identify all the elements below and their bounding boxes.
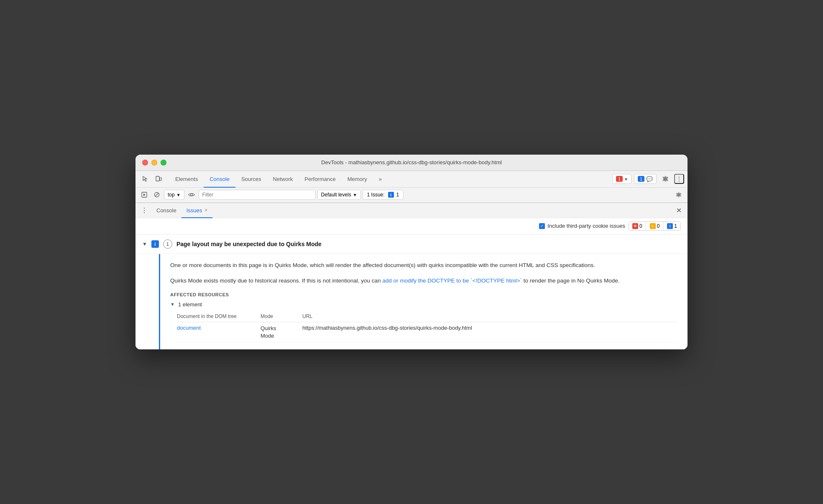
issues-content: ▼ i 1 Page layout may be unexpected due …	[135, 234, 688, 350]
include-third-party-checkbox[interactable]: ✓ Include third-party cookie issues	[539, 223, 625, 229]
issues-badge-label: 1 Issue:	[367, 192, 385, 198]
tabs-area: Elements Console Sources Network Perform…	[169, 171, 612, 187]
issues-tab-close-button[interactable]: ×	[204, 207, 207, 213]
levels-label: Default levels	[321, 192, 351, 198]
toolbar-right: 1 × 1 💬 ⋮	[612, 171, 684, 187]
drawer-tab-issues[interactable]: Issues ×	[181, 203, 213, 218]
resource-count-label: 1 element	[178, 301, 202, 308]
run-icon	[141, 192, 147, 198]
tab-network[interactable]: Network	[267, 171, 299, 188]
inspect-element-button[interactable]	[139, 173, 151, 185]
context-selector[interactable]: top ▼	[164, 190, 184, 200]
default-levels-selector[interactable]: Default levels ▼	[317, 190, 361, 200]
doctype-link[interactable]: add or modify the DOCTYPE to be `<!DOCTY…	[382, 277, 522, 284]
info-count: 1	[674, 223, 677, 229]
tab-sources[interactable]: Sources	[235, 171, 267, 188]
url-cell: https://mathiasbynens.github.io/css-dbg-…	[302, 325, 677, 331]
checkbox-checked-icon: ✓	[539, 223, 545, 229]
issues-badge-count: 1	[396, 192, 399, 198]
quirks-mode-cell: Quirks Mode	[261, 325, 302, 340]
message-icon: 💬	[646, 176, 653, 182]
window-title: DevTools - mathiasbynens.github.io/css-d…	[321, 159, 502, 165]
info-count-item[interactable]: i 1	[664, 222, 680, 230]
minimize-button[interactable]	[151, 160, 157, 165]
warning-count-icon: !	[650, 223, 656, 229]
issue-expand-arrow[interactable]: ▼	[142, 241, 147, 247]
resource-document-link[interactable]: document	[177, 325, 201, 331]
device-icon	[155, 176, 162, 182]
title-bar: DevTools - mathiasbynens.github.io/css-d…	[135, 155, 688, 171]
message-badge-button[interactable]: 1 💬	[634, 174, 657, 184]
live-expression-button[interactable]	[186, 189, 197, 200]
clear-console-button[interactable]	[151, 189, 162, 200]
resource-table-row: document Quirks Mode https://mathiasbyne…	[177, 322, 677, 343]
warning-count: 0	[657, 223, 660, 229]
svg-rect-1	[160, 178, 161, 181]
col-url-label: URL	[302, 313, 677, 319]
tab-elements[interactable]: Elements	[169, 171, 204, 188]
warning-count-item[interactable]: ! 0	[647, 222, 664, 230]
resource-expand-arrow: ▼	[170, 302, 175, 307]
devtools-window: DevTools - mathiasbynens.github.io/css-d…	[135, 155, 688, 350]
tab-console[interactable]: Console	[204, 171, 235, 188]
tab-performance[interactable]: Performance	[299, 171, 341, 188]
eye-icon	[188, 192, 195, 198]
resource-table: Document in the DOM tree Mode URL docume…	[177, 311, 677, 343]
description-2-before: Quirks Mode exists mostly due to histori…	[170, 277, 382, 284]
error-count-item[interactable]: ✕ 0	[629, 222, 646, 230]
console-settings-button[interactable]	[673, 189, 684, 200]
run-script-button[interactable]	[139, 189, 150, 200]
traffic-lights	[142, 160, 166, 165]
tab-memory[interactable]: Memory	[342, 171, 373, 188]
issue-type-icon: i	[151, 240, 159, 248]
resource-expand-row[interactable]: ▼ 1 element	[170, 301, 677, 308]
include-label: Include third-party cookie issues	[547, 223, 625, 229]
affected-resources: AFFECTED RESOURCES ▼ 1 element Document …	[170, 292, 677, 343]
drawer: ⋮ Console Issues × ✕ ✓ Include third-par…	[135, 203, 688, 350]
issue-row: ▼ i 1 Page layout may be unexpected due …	[135, 234, 688, 254]
issue-title: Page layout may be unexpected due to Qui…	[176, 241, 322, 247]
issues-badge-button[interactable]: 1 Issue: i 1	[363, 190, 404, 200]
drawer-tab-console[interactable]: Console	[151, 203, 181, 218]
console-toolbar-right	[673, 189, 684, 200]
console-gear-icon	[676, 192, 682, 198]
error-badge-button[interactable]: 1 ×	[612, 174, 631, 184]
issue-body-container: One or more documents in this page is in…	[135, 254, 688, 350]
settings-button[interactable]	[659, 173, 672, 185]
toolbar-left	[139, 171, 169, 187]
issues-badge-icon: i	[388, 192, 394, 198]
resource-link-cell: document	[177, 325, 261, 331]
issue-count-circle: 1	[163, 239, 172, 249]
error-count: 0	[639, 223, 642, 229]
more-options-button[interactable]: ⋮	[674, 174, 684, 184]
description-2-after: to render the page in No Quirks Mode.	[522, 277, 619, 284]
issue-description-2: Quirks Mode exists mostly due to histori…	[170, 276, 677, 285]
drawer-close-button[interactable]: ✕	[673, 205, 684, 216]
close-button[interactable]	[142, 160, 148, 165]
svg-marker-3	[143, 193, 146, 196]
info-count-icon: i	[667, 223, 673, 229]
issue-body: One or more documents in this page is in…	[159, 254, 688, 350]
device-toggle-button[interactable]	[152, 173, 165, 185]
drawer-menu-button[interactable]: ⋮	[139, 205, 150, 216]
filter-input[interactable]	[199, 190, 316, 200]
context-label: top	[168, 192, 175, 198]
affected-resources-label: AFFECTED RESOURCES	[170, 292, 677, 297]
col-mode-label: Mode	[261, 313, 302, 319]
issue-description-1: One or more documents in this page is in…	[170, 261, 677, 270]
maximize-button[interactable]	[161, 160, 166, 165]
console-toolbar: top ▼ Default levels ▼ 1 Issue: i 1	[135, 188, 688, 203]
dropdown-arrow: ▼	[176, 193, 181, 197]
svg-rect-0	[156, 176, 159, 181]
tab-more[interactable]: »	[373, 171, 388, 188]
devtools-toolbar: Elements Console Sources Network Perform…	[135, 171, 688, 188]
gear-icon	[662, 176, 669, 182]
svg-line-5	[155, 193, 158, 196]
error-badge-label: ×	[624, 176, 628, 182]
col-doc-label: Document in the DOM tree	[177, 313, 261, 319]
issue-body-indent	[135, 254, 159, 350]
message-badge: 1	[638, 176, 644, 182]
drawer-header: ⋮ Console Issues × ✕	[135, 203, 688, 218]
issues-toolbar: ✓ Include third-party cookie issues ✕ 0 …	[135, 218, 688, 234]
close-icon: ✕	[676, 206, 682, 214]
